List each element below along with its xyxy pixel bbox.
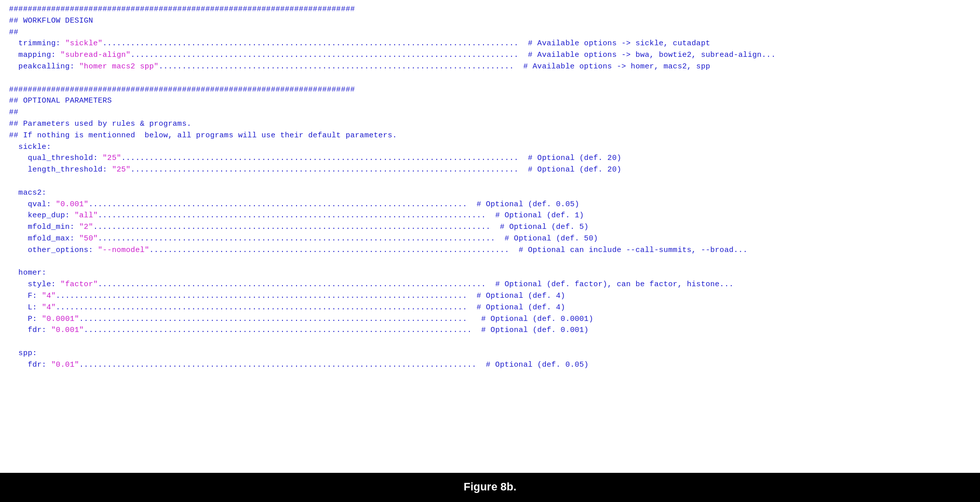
- code-segment: spp:: [9, 349, 37, 358]
- code-segment: [9, 258, 14, 266]
- code-segment: "50": [79, 234, 98, 243]
- code-segment: ........................................…: [56, 292, 467, 300]
- code-segment: ........................................…: [131, 51, 519, 59]
- code-line: ##: [9, 107, 971, 119]
- code-segment: macs2:: [9, 189, 46, 197]
- code-segment: sickle:: [9, 143, 51, 151]
- code-line: fdr: "0.01".............................…: [9, 360, 971, 371]
- code-segment: "2": [79, 223, 93, 231]
- code-segment: ........................................…: [159, 62, 514, 71]
- code-segment: "sickle": [65, 39, 103, 48]
- code-segment: ........................................…: [79, 361, 477, 369]
- code-line: ##: [9, 27, 971, 39]
- main-container: ########################################…: [0, 0, 980, 502]
- code-line: other_options: "--nomodel"..............…: [9, 245, 971, 257]
- code-segment: "4": [42, 303, 56, 312]
- code-line: style: "factor".........................…: [9, 279, 971, 291]
- code-segment: ########################################…: [9, 5, 355, 14]
- code-segment: "factor": [60, 280, 97, 289]
- code-line: [9, 176, 971, 188]
- code-line: mfold_max: "50".........................…: [9, 233, 971, 245]
- code-segment: ## OPTIONAL PARAMETERS: [9, 97, 112, 105]
- code-segment: "0.001": [51, 326, 84, 334]
- code-segment: ........................................…: [84, 326, 472, 334]
- code-line: L: "4"..................................…: [9, 302, 971, 314]
- code-line: ########################################…: [9, 85, 971, 96]
- code-segment: "0.001": [56, 200, 88, 209]
- code-line: F: "4"..................................…: [9, 291, 971, 302]
- code-segment: # Optional (def. 1): [486, 211, 584, 220]
- code-segment: F:: [9, 292, 42, 300]
- code-line: [9, 257, 971, 268]
- code-segment: # Optional (def. 4): [467, 303, 565, 312]
- code-segment: ##: [9, 28, 19, 37]
- code-segment: [9, 177, 14, 186]
- code-line: spp:: [9, 348, 971, 360]
- code-segment: ........................................…: [98, 234, 496, 243]
- code-segment: peakcalling:: [9, 62, 79, 71]
- code-segment: # Available options -> sickle, cutadapt: [519, 39, 710, 48]
- code-line: ## OPTIONAL PARAMETERS: [9, 96, 971, 107]
- code-line: P: "0.0001".............................…: [9, 314, 971, 325]
- code-segment: ........................................…: [93, 223, 491, 231]
- code-line: [9, 73, 971, 85]
- code-area: ########################################…: [0, 0, 980, 473]
- code-segment: fdr:: [9, 326, 51, 334]
- code-segment: mfold_min:: [9, 223, 79, 231]
- code-segment: # Available options -> homer, macs2, spp: [514, 62, 711, 71]
- code-segment: ........................................…: [88, 200, 467, 209]
- code-segment: other_options:: [9, 246, 98, 255]
- code-segment: # Optional (def. 20): [519, 154, 622, 162]
- code-segment: "subread-align": [60, 51, 131, 59]
- code-line: keep_dup: "all".........................…: [9, 210, 971, 222]
- code-line: length_threshold: "25"..................…: [9, 164, 971, 176]
- code-segment: "25": [112, 165, 131, 174]
- code-segment: # Available options -> bwa, bowtie2, sub…: [519, 51, 776, 59]
- code-segment: ########################################…: [9, 86, 355, 94]
- code-line: qval: "0.001"...........................…: [9, 199, 971, 211]
- code-segment: "homer macs2 spp": [79, 62, 159, 71]
- code-line: mapping: "subread-align"................…: [9, 50, 971, 61]
- code-segment: fdr:: [9, 361, 51, 369]
- code-segment: length_threshold:: [9, 165, 112, 174]
- code-segment: ........................................…: [79, 315, 467, 323]
- code-segment: "0.0001": [42, 315, 79, 323]
- code-line: trimming: "sickle"......................…: [9, 38, 971, 50]
- code-segment: trimming:: [9, 39, 65, 48]
- code-segment: ........................................…: [98, 280, 486, 289]
- code-segment: # Optional (def. 20): [519, 165, 622, 174]
- code-segment: "all": [74, 211, 98, 220]
- code-segment: # Optional (def. 0.0001): [467, 315, 594, 323]
- code-segment: ## Parameters used by rules & programs.: [9, 120, 191, 128]
- code-segment: keep_dup:: [9, 211, 74, 220]
- code-segment: ........................................…: [149, 246, 509, 255]
- code-segment: "--nomodel": [98, 246, 149, 255]
- code-segment: qval:: [9, 200, 56, 209]
- code-line: [9, 337, 971, 348]
- code-segment: "25": [103, 154, 121, 162]
- code-segment: ........................................…: [98, 211, 486, 220]
- code-line: qual_threshold: "25"....................…: [9, 153, 971, 164]
- code-segment: L:: [9, 303, 42, 312]
- code-segment: ........................................…: [103, 39, 519, 48]
- code-segment: ........................................…: [56, 303, 467, 312]
- code-segment: mfold_max:: [9, 234, 79, 243]
- code-segment: "4": [42, 292, 56, 300]
- code-segment: qual_threshold:: [9, 154, 103, 162]
- code-line: macs2:: [9, 188, 971, 199]
- figure-caption: Figure 8b.: [0, 473, 980, 502]
- code-line: peakcalling: "homer macs2 spp"..........…: [9, 61, 971, 73]
- code-line: ## If nothing is mentionned below, all p…: [9, 130, 971, 142]
- code-segment: # Optional (def. factor), can be factor,…: [486, 280, 734, 289]
- code-line: fdr: "0.001"............................…: [9, 325, 971, 337]
- code-segment: [9, 338, 14, 346]
- code-segment: "0.01": [51, 361, 79, 369]
- code-line: ## WORKFLOW DESIGN: [9, 16, 971, 27]
- code-segment: # Optional can include --call-summits, -…: [509, 246, 747, 255]
- code-segment: # Optional (def. 0.05): [467, 200, 579, 209]
- code-segment: ## If nothing is mentionned below, all p…: [9, 131, 397, 140]
- code-line: ## Parameters used by rules & programs.: [9, 119, 971, 130]
- code-segment: # Optional (def. 50): [495, 234, 598, 243]
- code-segment: homer:: [9, 269, 46, 277]
- code-segment: mapping:: [9, 51, 60, 59]
